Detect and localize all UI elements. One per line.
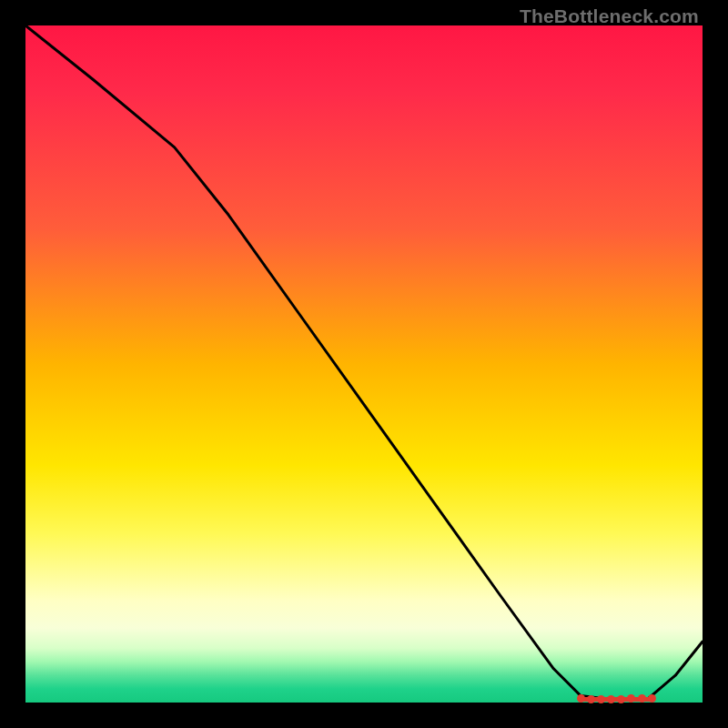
marker-layer	[25, 25, 703, 703]
marker-dot	[597, 695, 605, 703]
chart-frame: TheBottleneck.com	[0, 0, 728, 728]
marker-dot	[648, 694, 656, 703]
plot-area	[25, 25, 703, 703]
marker-dot	[638, 694, 646, 703]
marker-dot	[617, 695, 625, 703]
watermark-text: TheBottleneck.com	[520, 5, 699, 27]
marker-dot	[587, 695, 595, 703]
marker-dot	[577, 694, 585, 703]
marker-dot	[607, 695, 615, 703]
